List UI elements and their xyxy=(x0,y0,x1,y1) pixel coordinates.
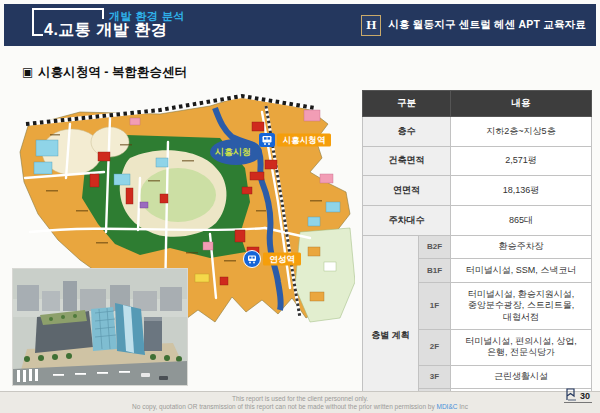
pennant-icon xyxy=(566,388,577,401)
row-label: 주차대수 xyxy=(363,206,451,236)
brand-logo-icon: H xyxy=(361,15,381,36)
section-title-text: 시흥시청역 - 복합환승센터 xyxy=(38,65,187,79)
floor-plan-label: 층별 계획 xyxy=(363,235,419,413)
table-row: 주차대수 865대 xyxy=(363,206,592,236)
footer-disclaimer-line1: This report is used for the client perso… xyxy=(0,395,600,403)
row-value: 지하2층~지상5층 xyxy=(451,117,592,147)
table-header-row: 구분 내용 xyxy=(363,91,592,117)
transfer-center-rendering xyxy=(12,268,188,386)
footer-brand: MDI&C xyxy=(437,403,458,410)
slide: 개발 환경 분석 4.교통 개발 환경 H 시흥 월동지구 센트럴 헤센 APT… xyxy=(0,0,600,413)
row-label: 연면적 xyxy=(363,176,451,206)
floor-code: 2F xyxy=(419,330,451,365)
rendering-svg xyxy=(13,269,187,385)
station-badge-yeonseong: 연성역 xyxy=(244,251,302,268)
row-value: 865대 xyxy=(451,206,592,236)
brand-title: 시흥 월동지구 센트럴 헤센 APT 교육자료 xyxy=(388,18,586,32)
brand-block: H 시흥 월동지구 센트럴 헤센 APT 교육자료 xyxy=(361,4,586,46)
table-row: 건축면적 2,571평 xyxy=(363,146,592,176)
table-row: 연면적 18,136평 xyxy=(363,176,592,206)
row-value: 18,136평 xyxy=(451,176,592,206)
car xyxy=(159,376,168,380)
brand-logo-letter: H xyxy=(366,17,376,33)
footer-line2-prefix: No copy, quotation OR transmission of th… xyxy=(132,403,436,410)
footer-line2-suffix: Inc xyxy=(457,403,467,410)
section-bullet-icon: ▣ xyxy=(22,65,33,79)
car xyxy=(141,373,150,377)
floor-value: 터미널시설, SSM, 스낵코너 xyxy=(451,259,592,283)
floor-value: 터미널시설, 환승지원시설, 중앙분수광장, 스트리트몰, 대형서점 xyxy=(451,283,592,330)
map-park-lawn xyxy=(140,168,216,222)
floor-value: 근린생활시설 xyxy=(451,365,592,389)
footer-disclaimer-line2: No copy, quotation OR transmission of th… xyxy=(0,403,600,411)
station2-label: 연성역 xyxy=(269,254,295,264)
info-table: 구분 내용 층수 지하2층~지상5층 건축면적 2,571평 연면적 18,13… xyxy=(362,90,592,413)
floor-value: 환승주차장 xyxy=(451,235,592,259)
floor-value: 터미널시설, 편의시설, 상업, 은행, 전문식당가 xyxy=(451,330,592,365)
page-number-block: 30 xyxy=(564,388,592,403)
floor-code: 3F xyxy=(419,365,451,389)
floor-code: B1F xyxy=(419,259,451,283)
table-row: 층수 지하2층~지상5층 xyxy=(363,117,592,147)
page-number: 30 xyxy=(580,391,590,401)
footer-bar: This report is used for the client perso… xyxy=(0,391,600,413)
row-label: 층수 xyxy=(363,117,451,147)
col-header-category: 구분 xyxy=(363,91,451,117)
section-title: ▣시흥시청역 - 복합환승센터 xyxy=(22,64,187,81)
city-hall-label: 시흥시청 xyxy=(214,147,251,157)
col-header-content: 내용 xyxy=(451,91,592,117)
row-value: 2,571평 xyxy=(451,146,592,176)
map-district-se xyxy=(295,228,355,322)
header-bar: 개발 환경 분석 4.교통 개발 환경 H 시흥 월동지구 센트럴 헤센 APT… xyxy=(4,4,596,46)
page-title: 4.교통 개발 환경 xyxy=(44,20,167,41)
row-label: 건축면적 xyxy=(363,146,451,176)
station1-label: 시흥시청역 xyxy=(283,135,326,145)
table-row-floor: 층별 계획 B2F 환승주차장 xyxy=(363,235,592,259)
floor-code: 1F xyxy=(419,283,451,330)
floor-code: B2F xyxy=(419,235,451,259)
station-badge-siheung-cityhall: 시흥시청역 xyxy=(259,133,331,147)
